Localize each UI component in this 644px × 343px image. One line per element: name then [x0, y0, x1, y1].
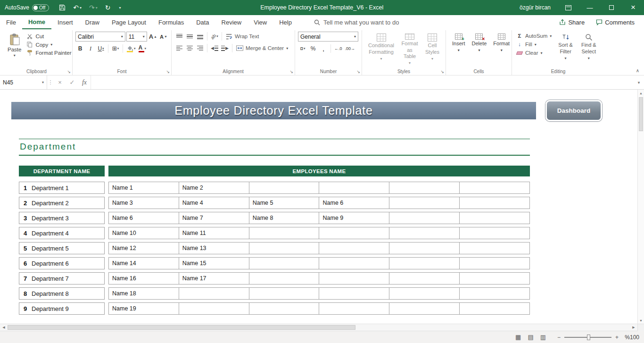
normal-view-icon[interactable]: ▦ — [515, 334, 521, 341]
autosum-button[interactable]: Σ AutoSum ▾ — [515, 33, 553, 39]
employee-name-cell[interactable]: Name 12 — [108, 242, 179, 254]
employee-name-cell[interactable] — [389, 257, 460, 269]
insert-function-button[interactable]: fx — [78, 75, 91, 89]
department-cell[interactable]: 5Department 5 — [19, 242, 105, 254]
fill-button[interactable]: ↓ Fill ▾ — [515, 41, 553, 48]
align-left-button[interactable] — [174, 43, 184, 53]
employee-name-cell[interactable]: Name 3 — [108, 197, 179, 209]
employee-name-cell[interactable]: Name 18 — [108, 287, 179, 300]
percent-style-button[interactable]: % — [308, 44, 318, 53]
employee-name-cell[interactable] — [459, 287, 530, 300]
merge-center-button[interactable]: Merge & Center ▾ — [235, 45, 289, 51]
employee-name-cell[interactable] — [389, 227, 460, 239]
sort-filter-button[interactable]: Sort &Filter ▾ — [555, 32, 576, 67]
employee-name-cell[interactable]: Name 19 — [108, 302, 179, 315]
employee-name-cell[interactable] — [459, 257, 530, 269]
ribbon-display-options-button[interactable] — [557, 0, 579, 15]
employee-name-cell[interactable] — [319, 182, 389, 194]
save-button[interactable] — [56, 0, 69, 15]
tab-view[interactable]: View — [248, 15, 273, 29]
comma-style-button[interactable]: , — [319, 44, 328, 53]
vertical-scrollbar[interactable]: ▲ ▼ — [637, 90, 644, 324]
zoom-thumb[interactable] — [587, 335, 590, 340]
align-right-button[interactable] — [195, 43, 205, 53]
employee-name-cell[interactable] — [319, 242, 389, 254]
decrease-font-size-button[interactable]: A▼ — [159, 32, 168, 42]
employee-name-cell[interactable] — [319, 302, 389, 315]
alignment-dialog-launcher-icon[interactable]: ↘ — [289, 69, 293, 74]
tab-file[interactable]: File — [0, 15, 22, 29]
department-cell[interactable]: 7Department 7 — [19, 272, 105, 284]
paste-button[interactable]: Paste ▾ — [4, 32, 25, 67]
employee-name-cell[interactable]: Name 10 — [108, 227, 179, 239]
conditional-formatting-button[interactable]: ConditionalFormatting ▾ — [365, 32, 397, 67]
department-cell[interactable]: 3Department 3 — [19, 212, 105, 224]
employee-name-cell[interactable]: Name 6 — [108, 212, 179, 224]
employee-name-cell[interactable] — [249, 242, 320, 254]
employee-name-cell[interactable] — [319, 272, 389, 284]
scroll-up-icon[interactable]: ▲ — [638, 90, 644, 96]
employee-name-cell[interactable] — [249, 302, 320, 315]
styles-dialog-launcher-icon[interactable]: ↘ — [440, 69, 444, 74]
align-center-button[interactable] — [185, 43, 194, 53]
font-color-button[interactable]: A ▾ — [138, 44, 148, 53]
format-as-table-button[interactable]: Format asTable ▾ — [397, 32, 422, 67]
top-align-button[interactable] — [174, 32, 184, 41]
user-name[interactable]: özgür bircan — [520, 4, 551, 11]
underline-button[interactable]: U▾ — [96, 44, 106, 53]
employee-name-cell[interactable]: Name 14 — [108, 257, 179, 269]
collapse-ribbon-icon[interactable]: ∧ — [636, 68, 639, 73]
find-select-button[interactable]: Find &Select ▾ — [578, 32, 600, 67]
vertical-scroll-thumb[interactable] — [639, 97, 643, 131]
department-cell[interactable]: 9Department 9 — [19, 302, 105, 315]
employee-name-cell[interactable] — [319, 287, 389, 300]
tab-page-layout[interactable]: Page Layout — [106, 15, 152, 29]
scroll-left-icon[interactable]: ◀ — [0, 326, 8, 329]
employee-name-cell[interactable] — [249, 182, 320, 194]
tab-home[interactable]: Home — [22, 15, 51, 29]
employee-name-cell[interactable]: Name 1 — [108, 182, 179, 194]
department-cell[interactable]: 1Department 1 — [19, 182, 105, 194]
zoom-level[interactable]: %100 — [623, 334, 639, 341]
cut-button[interactable]: Cut — [25, 33, 73, 40]
employee-name-cell[interactable]: Name 2 — [179, 182, 249, 194]
font-name-select[interactable]: Calibri▾ — [75, 32, 125, 42]
employee-name-cell[interactable] — [249, 272, 320, 284]
dashboard-button[interactable]: Dashboard — [545, 100, 602, 121]
employee-name-cell[interactable] — [459, 272, 530, 284]
employee-name-cell[interactable] — [459, 212, 530, 224]
tell-me-search[interactable]: Tell me what you want to do — [314, 15, 399, 29]
tab-help[interactable]: Help — [273, 15, 298, 29]
bold-button[interactable]: B — [75, 44, 85, 53]
autosave-toggle[interactable]: AutoSave Off — [5, 4, 49, 11]
employee-name-cell[interactable] — [459, 302, 530, 315]
scroll-down-icon[interactable]: ▼ — [638, 317, 644, 324]
formula-bar-drag-handle[interactable]: ⋮ — [47, 75, 54, 89]
formula-input[interactable] — [91, 75, 634, 89]
font-dialog-launcher-icon[interactable]: ↘ — [166, 69, 170, 74]
autosave-switch[interactable]: Off — [32, 4, 49, 11]
enter-entry-button[interactable]: ✓ — [66, 75, 78, 89]
redo-button[interactable]: ↷▾ — [86, 0, 101, 15]
tab-review[interactable]: Review — [215, 15, 248, 29]
number-dialog-launcher-icon[interactable]: ↘ — [356, 69, 360, 74]
page-break-view-icon[interactable]: ▥ — [540, 334, 546, 341]
tab-data[interactable]: Data — [190, 15, 215, 29]
fill-color-button[interactable]: ▾ — [125, 44, 137, 53]
number-format-select[interactable]: General▾ — [298, 32, 358, 42]
format-painter-button[interactable]: Format Painter — [25, 50, 73, 56]
zoom-slider[interactable] — [564, 337, 611, 338]
tab-formulas[interactable]: Formulas — [152, 15, 190, 29]
name-box[interactable]: N45 ▾ — [0, 75, 47, 89]
font-size-select[interactable]: 11▾ — [126, 32, 147, 42]
cell-styles-button[interactable]: CellStyles ▾ — [422, 32, 443, 67]
department-cell[interactable]: 4Department 4 — [19, 227, 105, 239]
bottom-align-button[interactable] — [195, 32, 205, 41]
vertical-scroll-track[interactable] — [638, 96, 644, 317]
employee-name-cell[interactable]: Name 15 — [179, 257, 249, 269]
delete-cells-button[interactable]: × Delete ▾ — [469, 32, 490, 67]
comments-button[interactable]: Comments — [591, 15, 639, 29]
page-layout-view-icon[interactable]: ▤ — [528, 334, 533, 341]
copy-button[interactable]: Copy ▾ — [25, 41, 73, 48]
employee-name-cell[interactable]: Name 6 — [319, 197, 389, 209]
